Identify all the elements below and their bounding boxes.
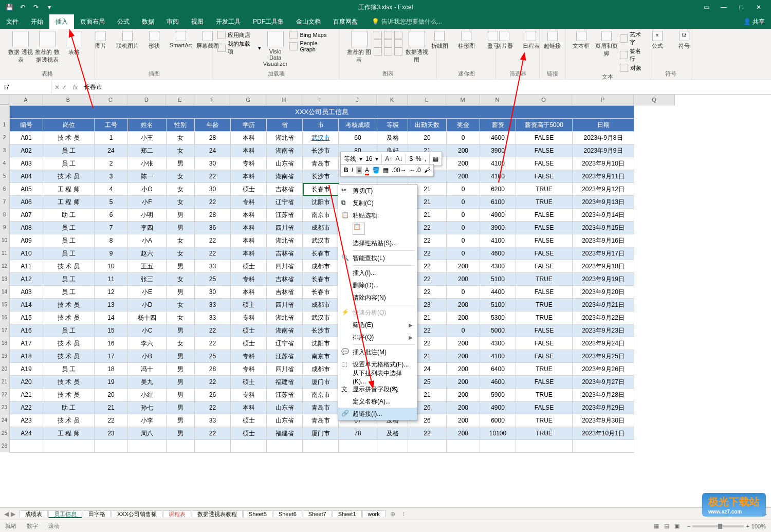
cell[interactable]: 2023年9月18日 bbox=[573, 260, 634, 273]
cell[interactable]: 5300 bbox=[480, 311, 516, 324]
cell[interactable]: 技 术 员 bbox=[43, 311, 95, 324]
cell[interactable]: 男 bbox=[167, 324, 195, 337]
cell[interactable]: 26 bbox=[195, 389, 231, 401]
col-header-J[interactable]: J bbox=[338, 95, 377, 105]
cell[interactable]: A17 bbox=[10, 337, 43, 350]
row-header[interactable]: 14 bbox=[0, 285, 9, 298]
header-cell[interactable]: 日期 bbox=[573, 119, 634, 132]
cell[interactable]: 专科 bbox=[231, 196, 267, 209]
header-cell[interactable]: 岗位 bbox=[43, 119, 95, 132]
cell[interactable]: A09 bbox=[10, 234, 43, 247]
close-icon[interactable]: ✕ bbox=[751, 4, 766, 11]
cell[interactable]: 22 bbox=[195, 401, 231, 414]
cell[interactable]: 男 bbox=[167, 286, 195, 299]
format-painter-icon[interactable]: 🖌 bbox=[424, 167, 430, 174]
cell[interactable]: 8 bbox=[95, 234, 128, 247]
cell[interactable]: 22 bbox=[195, 337, 231, 350]
cell[interactable]: 2023年9月29日 bbox=[573, 401, 634, 414]
row-header[interactable]: 13 bbox=[0, 272, 9, 285]
cell[interactable]: 成都市 bbox=[303, 363, 339, 376]
cell[interactable]: A03 bbox=[10, 286, 43, 299]
cell[interactable]: 本科 bbox=[231, 234, 267, 247]
cell[interactable]: A04 bbox=[10, 170, 43, 183]
col-header-A[interactable]: A bbox=[9, 95, 43, 105]
cell[interactable]: 7 bbox=[95, 222, 128, 234]
cell[interactable]: 男 bbox=[167, 222, 195, 234]
cell[interactable]: 湖北省 bbox=[267, 234, 303, 247]
cell[interactable]: FALSE bbox=[516, 376, 573, 389]
undo-icon[interactable]: ↶ bbox=[19, 3, 27, 11]
cell[interactable]: 30 bbox=[195, 157, 231, 170]
cell[interactable]: 17 bbox=[95, 350, 128, 363]
cell[interactable]: 南京市 bbox=[303, 350, 339, 363]
cell[interactable]: A05 bbox=[10, 183, 43, 196]
cell[interactable]: 22 bbox=[195, 376, 231, 389]
cell[interactable]: FALSE bbox=[516, 401, 573, 414]
col-header-M[interactable]: M bbox=[446, 95, 480, 105]
picture-button[interactable]: 图片 bbox=[88, 31, 113, 50]
cell[interactable]: 2023年9月23日 bbox=[573, 324, 634, 337]
cell[interactable] bbox=[516, 440, 573, 453]
cell[interactable]: 成都市 bbox=[303, 222, 339, 234]
header-footer-button[interactable]: 页眉和页脚 bbox=[595, 31, 618, 58]
cell[interactable]: 沈阳市 bbox=[303, 196, 339, 209]
recommended-charts-button[interactable]: 推荐的 图表 bbox=[347, 31, 372, 64]
cell[interactable]: 200 bbox=[447, 170, 480, 183]
slicer-button[interactable]: 切片器 bbox=[492, 31, 517, 50]
cell[interactable]: 员 工 bbox=[43, 222, 95, 234]
font-size[interactable]: 16 bbox=[365, 155, 372, 162]
cell[interactable]: A15 bbox=[10, 311, 43, 324]
cell[interactable] bbox=[377, 440, 408, 453]
row-header[interactable]: 9 bbox=[0, 221, 9, 234]
sheet-tab[interactable]: 成绩表 bbox=[20, 510, 48, 517]
name-box[interactable]: I7 bbox=[0, 80, 51, 94]
cell[interactable]: 小A bbox=[128, 234, 167, 247]
sheet-tab[interactable]: Sheet6 bbox=[273, 510, 302, 517]
cell[interactable]: FALSE bbox=[516, 260, 573, 273]
cell[interactable]: 技 术 员 bbox=[43, 414, 95, 427]
cell[interactable]: 22 bbox=[195, 427, 231, 440]
cell[interactable]: 专科 bbox=[231, 389, 267, 401]
cell[interactable]: A16 bbox=[10, 324, 43, 337]
mini-toolbar-2[interactable]: B I ≡ A 🪣 ▦ .00→ ←.0 🖌 bbox=[340, 164, 434, 176]
row-header[interactable]: 16 bbox=[0, 311, 9, 324]
cell[interactable]: 陈一 bbox=[128, 170, 167, 183]
cell[interactable]: 2023年9月11日 bbox=[573, 170, 634, 183]
cell[interactable]: 10 bbox=[95, 260, 128, 273]
row-header[interactable]: 15 bbox=[0, 298, 9, 311]
header-cell[interactable]: 编号 bbox=[10, 119, 43, 132]
cell[interactable]: 女 bbox=[167, 299, 195, 311]
decimal-dec-icon[interactable]: ←.0 bbox=[410, 167, 421, 174]
header-cell[interactable]: 等级 bbox=[377, 119, 408, 132]
smartart-button[interactable]: SmartArt bbox=[169, 31, 193, 48]
cell[interactable]: 青岛市 bbox=[303, 157, 339, 170]
cell[interactable]: A12 bbox=[10, 273, 43, 286]
cell[interactable]: 3900 bbox=[480, 222, 516, 234]
row-header[interactable]: 2 bbox=[0, 131, 9, 144]
cell[interactable]: A18 bbox=[10, 350, 43, 363]
col-header-F[interactable]: F bbox=[194, 95, 230, 105]
col-header-C[interactable]: C bbox=[94, 95, 127, 105]
cell[interactable]: 0 bbox=[447, 247, 480, 260]
cell[interactable] bbox=[480, 440, 516, 453]
cell[interactable]: 0 bbox=[447, 132, 480, 144]
cell[interactable]: TRUE bbox=[516, 196, 573, 209]
cell[interactable]: 2023年10月1日 bbox=[573, 427, 634, 440]
cell[interactable] bbox=[167, 440, 195, 453]
cell[interactable]: 男 bbox=[167, 363, 195, 376]
cell[interactable]: 技 术 员 bbox=[43, 350, 95, 363]
cell[interactable]: A24 bbox=[10, 427, 43, 440]
cell[interactable]: 2023年9月24日 bbox=[573, 337, 634, 350]
cell[interactable]: 员 工 bbox=[43, 247, 95, 260]
row-header[interactable]: 22 bbox=[0, 388, 9, 401]
tell-me[interactable]: 💡 告诉我您想要做什么... bbox=[372, 17, 442, 26]
tab-layout[interactable]: 页面布局 bbox=[74, 14, 111, 29]
cell[interactable]: 2023年9月21日 bbox=[573, 299, 634, 311]
cell[interactable]: 技 术 员 bbox=[43, 260, 95, 273]
decimal-inc-icon[interactable]: .00→ bbox=[392, 167, 407, 174]
cell[interactable]: 厦门市 bbox=[303, 376, 339, 389]
cell[interactable]: 2023年9月30日 bbox=[573, 414, 634, 427]
row-header[interactable]: 6 bbox=[0, 182, 9, 195]
cell[interactable]: 李六 bbox=[128, 337, 167, 350]
cell[interactable]: A01 bbox=[10, 132, 43, 144]
